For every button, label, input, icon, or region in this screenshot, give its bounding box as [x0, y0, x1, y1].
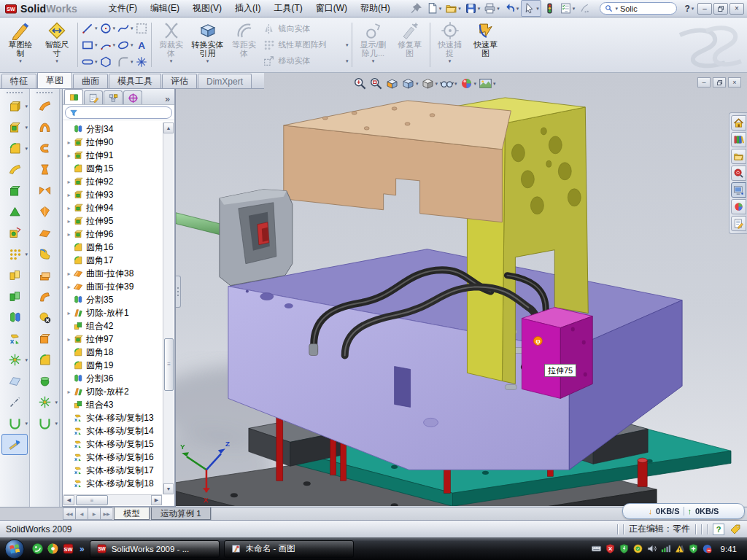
- convert-entities-button[interactable]: 转换实体引用▾: [190, 20, 226, 70]
- revolved-surface-button[interactable]: [31, 117, 58, 138]
- section-view-button[interactable]: [385, 77, 399, 90]
- doc-close-button[interactable]: ×: [728, 77, 741, 88]
- expand-icon[interactable]: ▸: [65, 192, 73, 198]
- menu-item-6[interactable]: 帮助(H): [354, 0, 397, 17]
- instant3d-button[interactable]: [1, 434, 28, 455]
- view-palette-tab[interactable]: [731, 182, 746, 198]
- graphics-viewport[interactable]: φ Y Z: [175, 73, 747, 507]
- hide-show-items-button[interactable]: ▾: [440, 77, 457, 90]
- split-body-button[interactable]: [1, 307, 28, 328]
- untrim-surface-button[interactable]: [31, 328, 58, 349]
- offset-entities-button[interactable]: 等距实体: [228, 20, 261, 70]
- offset-surface-button[interactable]: [31, 222, 58, 244]
- save-button[interactable]: ▾: [463, 1, 482, 16]
- solidworks-resources-tab[interactable]: [731, 115, 746, 131]
- tab-草图[interactable]: 草图: [37, 72, 72, 88]
- network-speed-widget[interactable]: ↓ 0KB/S ↑ 0KB/S: [622, 503, 745, 519]
- delete-face-button[interactable]: [31, 307, 58, 328]
- tree-item[interactable]: ▸拉伸90: [65, 136, 162, 149]
- scroll-right-icon[interactable]: ▶: [151, 495, 162, 505]
- sheet-nav-2[interactable]: ▶: [88, 508, 100, 520]
- move-entities-button[interactable]: 移动实体▾: [263, 53, 349, 69]
- doc-minimize-button[interactable]: –: [697, 77, 711, 88]
- expand-icon[interactable]: ▸: [65, 205, 73, 211]
- tree-item[interactable]: 分割34: [65, 122, 162, 136]
- search-box[interactable]: ▾ Solic: [600, 2, 677, 15]
- options-button[interactable]: ▾: [558, 1, 577, 16]
- menu-item-2[interactable]: 视图(V): [186, 0, 228, 17]
- sheet-nav-3[interactable]: ▶▶: [100, 508, 112, 520]
- close-button[interactable]: ×: [729, 3, 744, 15]
- tree-item[interactable]: ▸拉伸91: [65, 149, 162, 162]
- pin-button[interactable]: [409, 1, 424, 16]
- curve-through-points-button[interactable]: ▾: [31, 413, 58, 434]
- curve-button[interactable]: ▾: [1, 413, 28, 434]
- expand-icon[interactable]: ▸: [65, 218, 73, 225]
- menu-item-5[interactable]: 窗口(W): [309, 0, 354, 17]
- quick-tips-button[interactable]: ?: [713, 524, 724, 535]
- join-bodies-button[interactable]: [1, 286, 28, 307]
- display-relations-button[interactable]: 显示/删除几...▾: [355, 20, 392, 70]
- planar-surface-button[interactable]: [31, 201, 58, 222]
- mirror-entities-button[interactable]: 镜向实体: [263, 21, 349, 36]
- fillet-button[interactable]: ▾: [1, 138, 28, 159]
- tree-item[interactable]: 实体-移动/复制14: [65, 424, 162, 438]
- swept-boss-button[interactable]: [1, 159, 28, 180]
- repair-sketch-button[interactable]: 修复草图: [393, 20, 427, 70]
- sheet-nav-0[interactable]: ◀◀: [63, 508, 75, 520]
- undo-button[interactable]: ▾: [502, 1, 521, 16]
- tree-item[interactable]: 圆角19: [65, 359, 162, 372]
- menu-item-4[interactable]: 工具(T): [267, 0, 309, 17]
- arc-button[interactable]: ▾: [99, 37, 116, 53]
- tree-item[interactable]: 组合43: [65, 398, 162, 411]
- text-button[interactable]: A: [135, 37, 148, 53]
- horizontal-scroll-thumb[interactable]: ≡: [76, 495, 108, 505]
- wireless-warning-icon[interactable]: [674, 543, 685, 554]
- expand-icon[interactable]: ▸: [65, 271, 73, 277]
- quick-snaps-button[interactable]: 快速捕捉▾: [433, 20, 467, 70]
- input-keyboard-icon[interactable]: [591, 543, 602, 554]
- tree-item[interactable]: 分割36: [65, 372, 162, 385]
- tab-DimXpert[interactable]: DimXpert: [198, 74, 252, 88]
- tree-horizontal-scrollbar[interactable]: ◀ ≡ ▶: [63, 494, 162, 505]
- quick-launch-overflow[interactable]: »: [80, 544, 85, 554]
- linear-sketch-pattern-button[interactable]: 线性草图阵列▾: [263, 37, 349, 52]
- revolved-cut-button[interactable]: [1, 201, 28, 222]
- sync-icon[interactable]: [702, 543, 713, 554]
- tree-filter-input[interactable]: [65, 106, 172, 119]
- surface-fillet-button[interactable]: [31, 349, 58, 370]
- vertical-scroll-thumb[interactable]: ≡: [164, 338, 174, 391]
- tree-item[interactable]: ▸拉伸94: [65, 201, 162, 214]
- view-orientation-button[interactable]: ▾: [401, 77, 419, 90]
- combine-bodies-button[interactable]: [1, 265, 28, 286]
- menu-item-3[interactable]: 插入(I): [228, 0, 267, 17]
- tree-item[interactable]: 圆角16: [65, 241, 162, 254]
- panel-splitter-handle[interactable]: [176, 276, 181, 308]
- doc-restore-button[interactable]: [713, 77, 726, 88]
- doc-tab-1[interactable]: 运动算例 1: [151, 508, 211, 520]
- apply-scene-button[interactable]: ▾: [479, 77, 496, 90]
- volume-icon[interactable]: [646, 543, 657, 554]
- help-button[interactable]: ?▾: [684, 4, 694, 14]
- software-update-icon[interactable]: [632, 543, 643, 554]
- dimxpertmanager-tab[interactable]: [123, 90, 142, 104]
- tree-item[interactable]: 分割35: [65, 293, 162, 306]
- tree-item[interactable]: ▸拉伸92: [65, 175, 162, 188]
- expand-icon[interactable]: ▸: [65, 231, 73, 238]
- tab-特征[interactable]: 特征: [1, 74, 36, 88]
- zoom-area-button[interactable]: [369, 77, 383, 90]
- boundary-surface-button[interactable]: [31, 159, 58, 180]
- tree-item[interactable]: 实体-移动/复制17: [65, 464, 162, 477]
- polygon-button[interactable]: [99, 54, 116, 70]
- menu-item-1[interactable]: 编辑(E): [144, 0, 186, 17]
- slot-button[interactable]: ▾: [81, 54, 98, 70]
- expand-icon[interactable]: ▸: [65, 336, 73, 343]
- move-copy-body-button[interactable]: [1, 328, 28, 349]
- extruded-boss-button[interactable]: ▾: [1, 96, 28, 117]
- scroll-up-icon[interactable]: ▲: [163, 122, 174, 133]
- filled-surface-button[interactable]: [31, 180, 58, 201]
- 3d-model-scene[interactable]: φ Y Z: [176, 73, 747, 506]
- configurationmanager-tab[interactable]: [104, 90, 123, 104]
- scroll-left-icon[interactable]: ◀: [63, 495, 74, 505]
- rapid-sketch-button[interactable]: 快速草图: [468, 20, 503, 70]
